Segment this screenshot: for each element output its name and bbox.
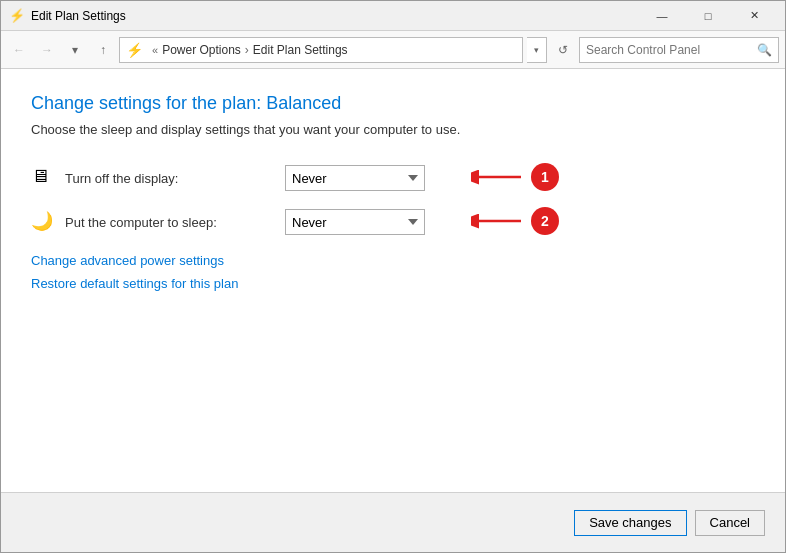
display-setting-row: 🖥 Turn off the display: Never 1 minute 5… xyxy=(31,165,755,191)
main-content: Change settings for the plan: Balanced C… xyxy=(1,69,785,492)
advanced-settings-link[interactable]: Change advanced power settings xyxy=(31,253,755,268)
sleep-select[interactable]: Never 1 minute 5 minutes 10 minutes 15 m… xyxy=(285,209,425,235)
content-area: Change settings for the plan: Balanced C… xyxy=(1,69,785,552)
back-button[interactable]: ← xyxy=(7,38,31,62)
address-dropdown-btn[interactable]: ▾ xyxy=(527,37,547,63)
breadcrumb-power-options[interactable]: Power Options xyxy=(162,43,241,57)
breadcrumb-icon: ⚡ xyxy=(126,42,143,58)
close-button[interactable]: ✕ xyxy=(731,1,777,31)
links-section: Change advanced power settings Restore d… xyxy=(31,253,755,291)
search-box: 🔍 xyxy=(579,37,779,63)
up-button[interactable]: ↑ xyxy=(91,38,115,62)
display-icon: 🖥 xyxy=(31,166,55,190)
forward-button[interactable]: → xyxy=(35,38,59,62)
maximize-button[interactable]: □ xyxy=(685,1,731,31)
breadcrumb-edit-plan[interactable]: Edit Plan Settings xyxy=(253,43,348,57)
search-button[interactable]: 🔍 xyxy=(757,43,772,57)
page-subtitle: Choose the sleep and display settings th… xyxy=(31,122,755,137)
annotation-2-arrow: 2 xyxy=(471,207,559,235)
annotation-circle-2: 2 xyxy=(531,207,559,235)
dropdown-nav-button[interactable]: ▾ xyxy=(63,38,87,62)
title-bar-controls: — □ ✕ xyxy=(639,1,777,31)
title-bar: ⚡ Edit Plan Settings — □ ✕ xyxy=(1,1,785,31)
address-path[interactable]: ⚡ « Power Options › Edit Plan Settings xyxy=(119,37,523,63)
restore-defaults-link[interactable]: Restore default settings for this plan xyxy=(31,276,755,291)
save-button[interactable]: Save changes xyxy=(574,510,686,536)
arrow-1-svg xyxy=(471,166,531,188)
window: ⚡ Edit Plan Settings — □ ✕ ← → ▾ ↑ ⚡ « P… xyxy=(0,0,786,553)
title-bar-icon: ⚡ xyxy=(9,8,25,24)
breadcrumb-sep-1: « xyxy=(152,44,158,56)
title-bar-title: Edit Plan Settings xyxy=(31,9,639,23)
search-input[interactable] xyxy=(586,43,757,57)
display-label: Turn off the display: xyxy=(65,171,285,186)
cancel-button[interactable]: Cancel xyxy=(695,510,765,536)
sleep-icon: 🌙 xyxy=(31,210,55,234)
page-title: Change settings for the plan: Balanced xyxy=(31,93,755,114)
display-select[interactable]: Never 1 minute 5 minutes 10 minutes 15 m… xyxy=(285,165,425,191)
refresh-button[interactable]: ↺ xyxy=(551,38,575,62)
minimize-button[interactable]: — xyxy=(639,1,685,31)
annotation-1-arrow: 1 xyxy=(471,163,559,191)
breadcrumb-arrow: › xyxy=(245,43,249,57)
sleep-setting-row: 🌙 Put the computer to sleep: Never 1 min… xyxy=(31,209,755,235)
sleep-label: Put the computer to sleep: xyxy=(65,215,285,230)
footer: Save changes Cancel 3 xyxy=(1,492,785,552)
arrow-2-svg xyxy=(471,210,531,232)
address-bar: ← → ▾ ↑ ⚡ « Power Options › Edit Plan Se… xyxy=(1,31,785,69)
annotation-circle-1: 1 xyxy=(531,163,559,191)
